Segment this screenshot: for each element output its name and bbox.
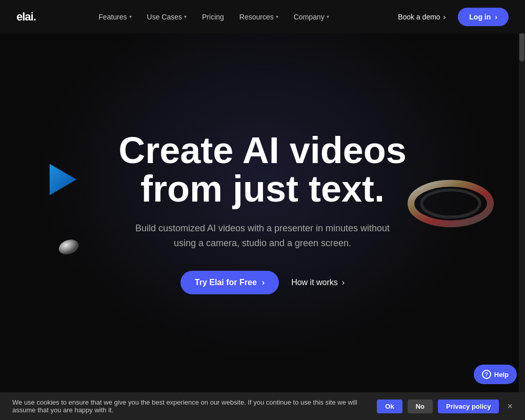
- book-demo-button[interactable]: Book a demo ›: [392, 9, 452, 25]
- nav-company[interactable]: Company ▾: [288, 9, 335, 25]
- svg-point-2: [411, 183, 491, 224]
- nav-links: Features ▾ Use Cases ▾ Pricing Resources…: [92, 9, 335, 25]
- arrow-icon: ›: [262, 278, 265, 287]
- cookie-message: We use cookies to ensure that we give yo…: [12, 398, 367, 414]
- login-button[interactable]: Log in ›: [458, 8, 509, 26]
- scrollbar[interactable]: [519, 0, 525, 420]
- cookie-banner: We use cookies to ensure that we give yo…: [0, 392, 525, 420]
- arrow-icon: ›: [443, 13, 446, 21]
- arrow-icon: ›: [495, 13, 497, 21]
- nav-features[interactable]: Features ▾: [92, 9, 137, 25]
- cookie-actions: Ok No Privacy policy ×: [377, 399, 513, 413]
- hero-cta-group: Try Elai for Free › How it works ›: [180, 271, 345, 294]
- nav-use-cases[interactable]: Use Cases ▾: [141, 9, 193, 25]
- svg-point-3: [421, 190, 479, 217]
- help-button[interactable]: ? Help: [474, 365, 517, 384]
- play-icon-decoration: [45, 162, 81, 197]
- nav-pricing[interactable]: Pricing: [196, 9, 230, 25]
- how-it-works-button[interactable]: How it works ›: [291, 278, 345, 287]
- orb-decoration: [56, 233, 79, 256]
- try-free-button[interactable]: Try Elai for Free ›: [180, 271, 279, 294]
- hero-title: Create AI videos from just text.: [118, 131, 407, 209]
- chevron-down-icon: ▾: [276, 14, 278, 19]
- svg-marker-0: [50, 164, 77, 195]
- nav-right: Book a demo › Log in ›: [392, 8, 509, 26]
- cookie-no-button[interactable]: No: [408, 399, 433, 413]
- logo[interactable]: elai.: [16, 10, 36, 24]
- cookie-privacy-button[interactable]: Privacy policy: [438, 399, 499, 413]
- chevron-down-icon: ▾: [184, 14, 187, 19]
- cookie-ok-button[interactable]: Ok: [377, 399, 402, 413]
- chevron-down-icon: ▾: [129, 14, 132, 19]
- svg-point-1: [57, 237, 79, 256]
- arrow-icon: ›: [342, 278, 345, 287]
- ring-decoration: [407, 177, 494, 228]
- cookie-close-button[interactable]: ×: [507, 401, 513, 412]
- nav-resources[interactable]: Resources ▾: [233, 9, 285, 25]
- chevron-down-icon: ▾: [327, 14, 329, 19]
- hero-subtitle: Build customized AI videos with a presen…: [129, 221, 396, 251]
- help-icon: ?: [482, 370, 491, 379]
- navbar: elai. Features ▾ Use Cases ▾ Pricing Res…: [0, 0, 525, 33]
- hero-section: Create AI videos from just text. Build c…: [0, 33, 525, 392]
